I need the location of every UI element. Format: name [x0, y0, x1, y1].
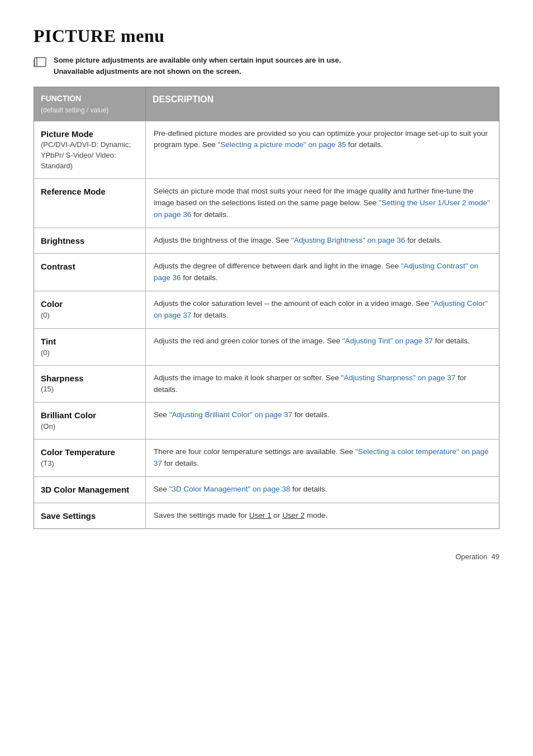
function-cell: Tint(0): [34, 328, 146, 365]
function-name: Tint: [41, 337, 56, 346]
desc-link[interactable]: "Adjusting Color" on page 37: [154, 299, 488, 319]
description-cell: Adjusts the red and green color tones of…: [146, 328, 499, 365]
function-sub: (15): [41, 384, 139, 395]
desc-link[interactable]: "Adjusting Contrast" on page 36: [154, 262, 478, 282]
desc-text: There are four color temperature setting…: [154, 447, 488, 467]
desc-text: Adjusts the degree of difference between…: [154, 262, 478, 282]
note-icon: [34, 56, 49, 72]
page-title: PICTURE menu: [34, 22, 499, 49]
table-row: Color Temperature(T3)There are four colo…: [34, 440, 499, 477]
table-header-row: FUNCTION (default setting / value) DESCR…: [34, 87, 499, 121]
function-cell: Sharpness(15): [34, 365, 146, 403]
description-cell: Saves the settings made for User 1 or Us…: [146, 503, 499, 529]
svg-rect-0: [35, 58, 46, 67]
desc-text: Adjusts the red and green color tones of…: [154, 337, 470, 345]
function-cell: Color(0): [34, 291, 146, 329]
desc-link[interactable]: "Adjusting Sharpness" on page 37: [341, 374, 455, 382]
description-cell: See "3D Color Management" on page 38 for…: [146, 476, 499, 503]
desc-text: Adjusts the image to make it look sharpe…: [154, 374, 467, 394]
function-cell: Brightness: [34, 228, 146, 254]
footer-page-number: 49: [492, 551, 499, 563]
function-cell: Color Temperature(T3): [34, 440, 146, 477]
function-name: Save Settings: [41, 511, 96, 521]
table-row: Reference ModeSelects an picture mode th…: [34, 178, 499, 228]
table-row: Save SettingsSaves the settings made for…: [34, 503, 499, 529]
function-cell: 3D Color Management: [34, 476, 146, 503]
table-row: ContrastAdjusts the degree of difference…: [34, 254, 499, 291]
note-text: Some picture adjustments are available o…: [54, 55, 341, 77]
desc-text: Saves the settings made for User 1 or Us…: [154, 511, 327, 519]
function-header: FUNCTION (default setting / value): [34, 87, 146, 121]
desc-text: See "3D Color Management" on page 38 for…: [154, 485, 327, 493]
function-name: Picture Mode: [41, 129, 93, 139]
description-cell: Adjusts the image to make it look sharpe…: [146, 365, 499, 403]
desc-text: Adjusts the brightness of the image. See…: [154, 236, 442, 244]
desc-link[interactable]: "Adjusting Brightness" on page 36: [291, 236, 405, 244]
picture-menu-table: FUNCTION (default setting / value) DESCR…: [34, 87, 499, 529]
table-row: Picture Mode(PC/DVI-A/DVI-D: Dynamic; YP…: [34, 121, 499, 179]
function-cell: Save Settings: [34, 503, 146, 529]
table-row: Tint(0)Adjusts the red and green color t…: [34, 328, 499, 365]
function-cell: Brilliant Color(On): [34, 403, 146, 440]
function-sub: (0): [41, 310, 139, 321]
footer-label: Operation: [455, 551, 487, 563]
desc-text: Adjusts the color saturation level -- th…: [154, 299, 488, 319]
function-name: Color Temperature: [41, 447, 115, 457]
table-row: BrightnessAdjusts the brightness of the …: [34, 228, 499, 254]
function-sub: (On): [41, 422, 139, 432]
description-header: DESCRIPTION: [146, 87, 499, 121]
table-row: Brilliant Color(On)See "Adjusting Brilli…: [34, 403, 499, 440]
function-sub: (T3): [41, 459, 139, 469]
function-name: Sharpness: [41, 374, 84, 383]
note-box: Some picture adjustments are available o…: [34, 55, 499, 77]
page-footer: Operation 49: [34, 551, 499, 563]
description-cell: See "Adjusting Brilliant Color" on page …: [146, 403, 499, 440]
desc-text: Selects an picture mode that most suits …: [154, 187, 490, 219]
function-cell: Contrast: [34, 254, 146, 291]
description-cell: Selects an picture mode that most suits …: [146, 178, 499, 228]
description-cell: Adjusts the degree of difference between…: [146, 254, 499, 291]
function-name: 3D Color Management: [41, 485, 129, 494]
table-row: Color(0)Adjusts the color saturation lev…: [34, 291, 499, 329]
function-name: Brightness: [41, 236, 84, 245]
description-cell: Adjusts the color saturation level -- th…: [146, 291, 499, 329]
function-sub: (0): [41, 348, 139, 358]
description-cell: There are four color temperature setting…: [146, 440, 499, 477]
desc-text: See "Adjusting Brilliant Color" on page …: [154, 410, 329, 419]
desc-link[interactable]: "Selecting a picture mode" on page 35: [218, 140, 346, 149]
desc-link[interactable]: "Setting the User 1/User 2 mode" on page…: [154, 199, 490, 219]
desc-link[interactable]: "Adjusting Brilliant Color" on page 37: [169, 410, 292, 419]
function-name: Contrast: [41, 262, 75, 271]
function-sub: (PC/DVI-A/DVI-D: Dynamic; YPbPr/ S-Video…: [41, 140, 139, 172]
desc-link[interactable]: "Adjusting Tint" on page 37: [342, 337, 433, 345]
desc-text: Pre-defined picture modes are provided s…: [154, 129, 488, 149]
function-cell: Picture Mode(PC/DVI-A/DVI-D: Dynamic; YP…: [34, 121, 146, 179]
desc-link[interactable]: "Selecting a color temperature" on page …: [154, 447, 488, 467]
function-name: Brilliant Color: [41, 410, 96, 420]
function-name: Reference Mode: [41, 187, 106, 196]
description-cell: Pre-defined picture modes are provided s…: [146, 121, 499, 179]
table-row: Sharpness(15)Adjusts the image to make i…: [34, 365, 499, 403]
table-row: 3D Color ManagementSee "3D Color Managem…: [34, 476, 499, 503]
function-name: Color: [41, 299, 63, 309]
desc-link[interactable]: "3D Color Management" on page 38: [169, 485, 291, 493]
description-cell: Adjusts the brightness of the image. See…: [146, 228, 499, 254]
function-cell: Reference Mode: [34, 178, 146, 228]
